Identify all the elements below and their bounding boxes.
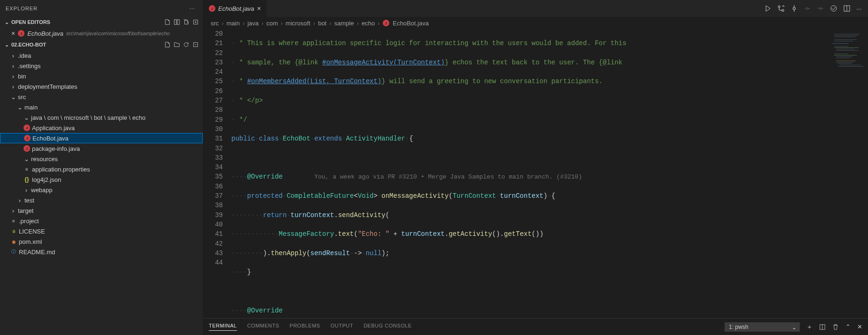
tab-bar: J EchoBot.java × ··· — [203, 0, 868, 17]
file-application[interactable]: JApplication.java — [0, 123, 203, 133]
code-lens[interactable]: You, a week ago via PR #3210 • Merge Jav… — [314, 173, 582, 180]
chevron-down-icon: ⌄ — [4, 19, 9, 25]
git-commit-icon[interactable] — [790, 5, 798, 12]
more-actions-icon[interactable]: ··· — [856, 5, 861, 12]
java-file-icon: J — [24, 145, 30, 152]
svg-point-5 — [782, 9, 784, 11]
gutter: 20 21 22 23 24 25 26 27 28 29 30 31 32 3… — [203, 29, 231, 318]
explorer-title: EXPLORER — [6, 6, 38, 11]
file-license[interactable]: 🄯LICENSE — [0, 226, 203, 236]
close-all-icon[interactable] — [192, 19, 199, 25]
open-editors-header[interactable]: ⌄ OPEN EDITORS — [0, 16, 203, 28]
file-tree: ›.idea ›.settings ›bin ›deploymentTempla… — [0, 50, 203, 335]
folder-deployment-templates[interactable]: ›deploymentTemplates — [0, 81, 203, 92]
new-terminal-icon[interactable]: ＋ — [806, 323, 813, 331]
toggle-layout-icon[interactable] — [174, 19, 180, 25]
close-panel-icon[interactable]: ✕ — [857, 323, 862, 330]
breadcrumb-item[interactable]: java — [247, 20, 259, 27]
problems-tab[interactable]: PROBLEMS — [290, 323, 320, 331]
folder-bin[interactable]: ›bin — [0, 71, 203, 81]
folder-resources[interactable]: ⌄resources — [0, 154, 203, 164]
file-readme[interactable]: ⓘREADME.md — [0, 247, 203, 257]
folder-main[interactable]: ⌄main — [0, 102, 203, 112]
file-icon: ≡ — [10, 218, 17, 224]
file-package-info[interactable]: Jpackage-info.java — [0, 143, 203, 154]
more-actions-icon[interactable]: ··· — [188, 4, 197, 13]
svg-point-8 — [820, 8, 821, 9]
terminal-selector[interactable]: 1: pwsh ⌄ — [725, 322, 800, 332]
svg-point-9 — [831, 6, 836, 11]
terminal-tab[interactable]: TERMINAL — [209, 323, 237, 331]
breadcrumbs[interactable]: src› main› java› com› microsoft› bot› sa… — [203, 17, 868, 29]
debug-console-tab[interactable]: DEBUG CONSOLE — [363, 323, 411, 331]
split-editor-icon[interactable] — [843, 5, 851, 12]
kill-terminal-icon[interactable] — [832, 324, 839, 330]
split-terminal-icon[interactable] — [819, 324, 826, 330]
save-all-icon[interactable] — [183, 19, 189, 25]
svg-point-6 — [793, 8, 796, 10]
collapse-all-icon[interactable] — [192, 41, 199, 48]
file-pom[interactable]: ◉pom.xml — [0, 236, 203, 247]
java-file-icon: J — [18, 30, 24, 37]
new-folder-icon[interactable] — [174, 41, 180, 48]
breadcrumb-item[interactable]: microsoft — [285, 20, 310, 27]
json-file-icon: {} — [24, 176, 30, 183]
xml-file-icon: ◉ — [10, 238, 17, 245]
refresh-icon[interactable] — [183, 41, 189, 48]
svg-rect-1 — [177, 20, 179, 25]
code-editor[interactable]: 20 21 22 23 24 25 26 27 28 29 30 31 32 3… — [203, 29, 868, 318]
breadcrumb-item[interactable]: src — [211, 20, 219, 27]
explorer-sidebar: EXPLORER ··· ⌄ OPEN EDITORS × J EchoBot.… — [0, 0, 203, 335]
svg-point-4 — [778, 6, 780, 8]
file-application-properties[interactable]: ≡application.properties — [0, 164, 203, 174]
minimap[interactable] — [830, 29, 868, 318]
tab-echobot[interactable]: J EchoBot.java × — [203, 0, 267, 17]
maximize-panel-icon[interactable]: ⌃ — [845, 323, 851, 330]
breadcrumb-item[interactable]: com — [266, 20, 278, 27]
java-file-icon: J — [24, 125, 30, 131]
folder-target[interactable]: ›target — [0, 205, 203, 216]
breadcrumb-item[interactable]: main — [227, 20, 240, 27]
breadcrumb-item[interactable]: bot — [318, 20, 326, 27]
folder-src[interactable]: ⌄src — [0, 92, 203, 102]
folder-idea[interactable]: ›.idea — [0, 50, 203, 61]
compare-changes-icon[interactable] — [777, 5, 785, 12]
next-change-icon[interactable] — [817, 5, 824, 12]
chevron-down-icon: ⌄ — [792, 324, 797, 331]
properties-file-icon: ≡ — [24, 166, 30, 172]
folder-test[interactable]: ›test — [0, 195, 203, 205]
svg-point-7 — [806, 8, 808, 9]
comments-tab[interactable]: COMMENTS — [247, 323, 279, 331]
folder-webapp[interactable]: ›webapp — [0, 185, 203, 195]
folder-package-path[interactable]: ⌄java \ com \ microsoft \ bot \ sample \… — [0, 112, 203, 123]
file-project[interactable]: ≡.project — [0, 216, 203, 226]
folder-settings[interactable]: ›.settings — [0, 61, 203, 71]
code-content[interactable]: · * This is where application specific l… — [231, 29, 830, 318]
chevron-down-icon: ⌄ — [4, 42, 9, 48]
run-icon[interactable] — [764, 5, 772, 12]
new-file-icon[interactable] — [164, 41, 171, 48]
java-file-icon: J — [209, 5, 215, 12]
breadcrumb-file[interactable]: EchoBot.java — [393, 20, 429, 27]
breadcrumb-item[interactable]: echo — [362, 20, 375, 27]
close-tab-icon[interactable]: × — [257, 5, 261, 12]
project-title: 02.ECHO-BOT — [11, 42, 46, 47]
output-tab[interactable]: OUTPUT — [331, 323, 353, 331]
open-editor-filename: EchoBot.java — [27, 30, 63, 37]
file-echobot[interactable]: JEchoBot.java — [0, 133, 203, 143]
java-file-icon: J — [383, 20, 389, 26]
terminal-panel: TERMINAL COMMENTS PROBLEMS OUTPUT DEBUG … — [203, 318, 868, 335]
license-file-icon: 🄯 — [10, 228, 17, 234]
tab-label: EchoBot.java — [218, 5, 254, 12]
readme-file-icon: ⓘ — [10, 249, 17, 255]
open-editor-item[interactable]: × J EchoBot.java src\main\java\com\micro… — [0, 28, 203, 39]
new-file-icon[interactable] — [164, 19, 171, 25]
editor-area: J EchoBot.java × ··· src› main› java› co… — [203, 0, 868, 335]
file-log4j2[interactable]: {}log4j2.json — [0, 174, 203, 185]
prev-change-icon[interactable] — [804, 5, 811, 12]
close-icon[interactable]: × — [11, 30, 15, 37]
explorer-header: EXPLORER ··· — [0, 0, 203, 16]
open-preview-icon[interactable] — [830, 5, 837, 12]
breadcrumb-item[interactable]: sample — [334, 20, 354, 27]
project-header[interactable]: ⌄ 02.ECHO-BOT — [0, 39, 203, 50]
